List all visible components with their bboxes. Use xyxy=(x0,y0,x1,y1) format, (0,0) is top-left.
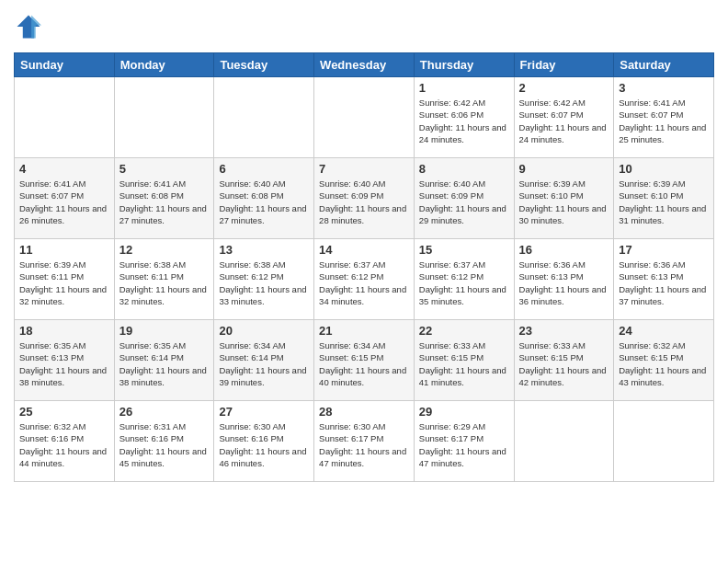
day-header-monday: Monday xyxy=(114,53,214,77)
day-number: 5 xyxy=(119,162,210,176)
day-info: Sunrise: 6:31 AM Sunset: 6:16 PM Dayligh… xyxy=(119,420,210,469)
day-info: Sunrise: 6:37 AM Sunset: 6:12 PM Dayligh… xyxy=(319,259,409,307)
day-header-thursday: Thursday xyxy=(414,53,514,77)
header xyxy=(14,14,714,43)
calendar-cell: 15Sunrise: 6:37 AM Sunset: 6:12 PM Dayli… xyxy=(414,239,514,320)
svg-marker-0 xyxy=(17,16,40,39)
day-number: 11 xyxy=(19,243,109,257)
day-number: 3 xyxy=(619,81,709,95)
day-number: 9 xyxy=(519,162,609,176)
calendar-cell xyxy=(214,77,314,158)
calendar-cell: 28Sunrise: 6:30 AM Sunset: 6:17 PM Dayli… xyxy=(314,401,415,482)
calendar-cell: 20Sunrise: 6:34 AM Sunset: 6:14 PM Dayli… xyxy=(214,320,314,401)
day-info: Sunrise: 6:33 AM Sunset: 6:15 PM Dayligh… xyxy=(519,339,609,388)
day-number: 6 xyxy=(219,162,309,176)
week-row-0: 1Sunrise: 6:42 AM Sunset: 6:06 PM Daylig… xyxy=(15,77,714,158)
day-info: Sunrise: 6:40 AM Sunset: 6:09 PM Dayligh… xyxy=(419,178,509,226)
day-info: Sunrise: 6:42 AM Sunset: 6:07 PM Dayligh… xyxy=(519,97,609,145)
calendar-cell: 24Sunrise: 6:32 AM Sunset: 6:15 PM Dayli… xyxy=(614,320,714,401)
day-info: Sunrise: 6:39 AM Sunset: 6:10 PM Dayligh… xyxy=(619,178,709,226)
day-number: 22 xyxy=(419,324,509,338)
week-row-1: 4Sunrise: 6:41 AM Sunset: 6:07 PM Daylig… xyxy=(15,158,714,239)
calendar-cell: 2Sunrise: 6:42 AM Sunset: 6:07 PM Daylig… xyxy=(514,77,614,158)
week-row-3: 18Sunrise: 6:35 AM Sunset: 6:13 PM Dayli… xyxy=(15,320,714,401)
day-info: Sunrise: 6:41 AM Sunset: 6:07 PM Dayligh… xyxy=(619,97,709,145)
calendar-cell: 6Sunrise: 6:40 AM Sunset: 6:08 PM Daylig… xyxy=(214,158,314,239)
day-number: 13 xyxy=(219,243,309,257)
day-info: Sunrise: 6:41 AM Sunset: 6:07 PM Dayligh… xyxy=(19,178,109,226)
day-header-wednesday: Wednesday xyxy=(314,53,415,77)
day-header-friday: Friday xyxy=(514,53,614,77)
calendar-cell: 22Sunrise: 6:33 AM Sunset: 6:15 PM Dayli… xyxy=(414,320,514,401)
day-number: 26 xyxy=(119,405,210,419)
calendar-cell: 18Sunrise: 6:35 AM Sunset: 6:13 PM Dayli… xyxy=(15,320,115,401)
day-info: Sunrise: 6:35 AM Sunset: 6:13 PM Dayligh… xyxy=(19,339,109,388)
calendar-cell: 26Sunrise: 6:31 AM Sunset: 6:16 PM Dayli… xyxy=(114,401,214,482)
day-number: 15 xyxy=(419,243,509,257)
day-info: Sunrise: 6:40 AM Sunset: 6:08 PM Dayligh… xyxy=(219,178,309,226)
calendar-cell: 21Sunrise: 6:34 AM Sunset: 6:15 PM Dayli… xyxy=(314,320,415,401)
day-number: 18 xyxy=(19,324,109,338)
day-info: Sunrise: 6:38 AM Sunset: 6:11 PM Dayligh… xyxy=(119,259,210,307)
day-number: 14 xyxy=(319,243,409,257)
calendar-cell: 1Sunrise: 6:42 AM Sunset: 6:06 PM Daylig… xyxy=(414,77,514,158)
calendar-cell xyxy=(15,77,115,158)
calendar-cell: 3Sunrise: 6:41 AM Sunset: 6:07 PM Daylig… xyxy=(614,77,714,158)
calendar-header-row: SundayMondayTuesdayWednesdayThursdayFrid… xyxy=(15,53,714,77)
calendar-cell xyxy=(114,77,214,158)
week-row-2: 11Sunrise: 6:39 AM Sunset: 6:11 PM Dayli… xyxy=(15,239,714,320)
calendar-cell: 25Sunrise: 6:32 AM Sunset: 6:16 PM Dayli… xyxy=(15,401,115,482)
calendar-cell xyxy=(614,401,714,482)
calendar-cell xyxy=(514,401,614,482)
day-number: 24 xyxy=(619,324,709,338)
day-info: Sunrise: 6:36 AM Sunset: 6:13 PM Dayligh… xyxy=(619,259,709,307)
day-info: Sunrise: 6:32 AM Sunset: 6:15 PM Dayligh… xyxy=(619,339,709,388)
calendar-cell: 17Sunrise: 6:36 AM Sunset: 6:13 PM Dayli… xyxy=(614,239,714,320)
calendar-cell: 13Sunrise: 6:38 AM Sunset: 6:12 PM Dayli… xyxy=(214,239,314,320)
calendar-cell: 14Sunrise: 6:37 AM Sunset: 6:12 PM Dayli… xyxy=(314,239,415,320)
calendar-table: SundayMondayTuesdayWednesdayThursdayFrid… xyxy=(14,52,714,482)
day-number: 27 xyxy=(219,405,309,419)
calendar-cell: 8Sunrise: 6:40 AM Sunset: 6:09 PM Daylig… xyxy=(414,158,514,239)
day-info: Sunrise: 6:30 AM Sunset: 6:17 PM Dayligh… xyxy=(319,420,409,469)
day-number: 4 xyxy=(19,162,109,176)
day-info: Sunrise: 6:38 AM Sunset: 6:12 PM Dayligh… xyxy=(219,259,309,307)
day-info: Sunrise: 6:32 AM Sunset: 6:16 PM Dayligh… xyxy=(19,420,109,469)
day-info: Sunrise: 6:30 AM Sunset: 6:16 PM Dayligh… xyxy=(219,420,309,469)
day-info: Sunrise: 6:40 AM Sunset: 6:09 PM Dayligh… xyxy=(319,178,409,226)
calendar-cell: 9Sunrise: 6:39 AM Sunset: 6:10 PM Daylig… xyxy=(514,158,614,239)
day-info: Sunrise: 6:37 AM Sunset: 6:12 PM Dayligh… xyxy=(419,259,509,307)
day-header-saturday: Saturday xyxy=(614,53,714,77)
day-info: Sunrise: 6:34 AM Sunset: 6:14 PM Dayligh… xyxy=(219,339,309,388)
calendar-cell: 11Sunrise: 6:39 AM Sunset: 6:11 PM Dayli… xyxy=(15,239,115,320)
week-row-4: 25Sunrise: 6:32 AM Sunset: 6:16 PM Dayli… xyxy=(15,401,714,482)
calendar-cell: 10Sunrise: 6:39 AM Sunset: 6:10 PM Dayli… xyxy=(614,158,714,239)
day-number: 16 xyxy=(519,243,609,257)
day-header-tuesday: Tuesday xyxy=(214,53,314,77)
day-number: 19 xyxy=(119,324,210,338)
calendar-cell: 29Sunrise: 6:29 AM Sunset: 6:17 PM Dayli… xyxy=(414,401,514,482)
calendar-cell: 12Sunrise: 6:38 AM Sunset: 6:11 PM Dayli… xyxy=(114,239,214,320)
day-info: Sunrise: 6:42 AM Sunset: 6:06 PM Dayligh… xyxy=(419,97,509,145)
logo xyxy=(14,14,41,43)
page: SundayMondayTuesdayWednesdayThursdayFrid… xyxy=(0,0,728,491)
day-info: Sunrise: 6:35 AM Sunset: 6:14 PM Dayligh… xyxy=(119,339,210,388)
day-number: 20 xyxy=(219,324,309,338)
calendar-cell: 19Sunrise: 6:35 AM Sunset: 6:14 PM Dayli… xyxy=(114,320,214,401)
calendar-cell: 4Sunrise: 6:41 AM Sunset: 6:07 PM Daylig… xyxy=(15,158,115,239)
day-header-sunday: Sunday xyxy=(15,53,115,77)
calendar-cell: 27Sunrise: 6:30 AM Sunset: 6:16 PM Dayli… xyxy=(214,401,314,482)
day-info: Sunrise: 6:39 AM Sunset: 6:10 PM Dayligh… xyxy=(519,178,609,226)
day-number: 21 xyxy=(319,324,409,338)
day-number: 10 xyxy=(619,162,709,176)
day-number: 17 xyxy=(619,243,709,257)
day-number: 8 xyxy=(419,162,509,176)
day-info: Sunrise: 6:36 AM Sunset: 6:13 PM Dayligh… xyxy=(519,259,609,307)
calendar-cell: 5Sunrise: 6:41 AM Sunset: 6:08 PM Daylig… xyxy=(114,158,214,239)
logo-icon xyxy=(16,14,41,40)
day-number: 7 xyxy=(319,162,409,176)
calendar-cell xyxy=(314,77,415,158)
day-number: 29 xyxy=(419,405,509,419)
calendar-cell: 23Sunrise: 6:33 AM Sunset: 6:15 PM Dayli… xyxy=(514,320,614,401)
day-number: 25 xyxy=(19,405,109,419)
